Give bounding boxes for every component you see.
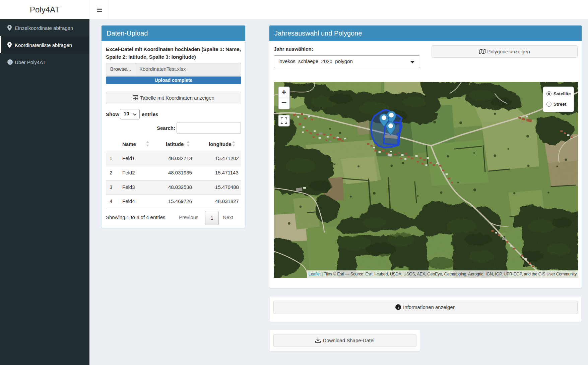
svg-text:i: i (9, 60, 10, 64)
